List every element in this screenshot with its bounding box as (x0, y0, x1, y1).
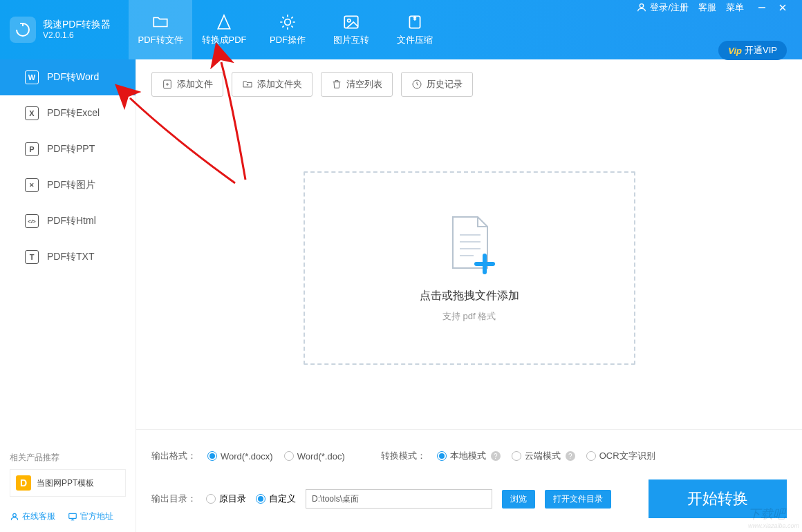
image-file-icon: ✕ (25, 178, 39, 192)
svg-point-0 (285, 19, 291, 26)
clock-icon (411, 79, 422, 90)
html-icon: </> (25, 214, 39, 228)
plus-file-icon (162, 79, 173, 90)
service-link[interactable]: 客服 (698, 1, 716, 14)
open-dir-button[interactable]: 打开文件目录 (545, 490, 611, 509)
ppt-icon: P (25, 142, 39, 156)
official-site-link[interactable]: 官方地址 (68, 511, 113, 522)
dropzone-subtitle: 支持 pdf 格式 (442, 310, 496, 323)
output-row: 输出目录： 原目录 自定义 D:\tools\桌面 浏览 打开文件目录 开始转换 (136, 470, 802, 532)
gear-icon (279, 13, 297, 31)
radio-docx[interactable]: Word(*.docx) (207, 451, 273, 462)
zip-icon (406, 13, 424, 31)
close-button[interactable] (774, 0, 791, 16)
related-item-ppt-templates[interactable]: D 当图网PPT模板 (10, 469, 126, 497)
add-file-button[interactable]: 添加文件 (151, 72, 223, 97)
sidebar-links: 在线客服 官方地址 (0, 504, 136, 532)
trash-icon (331, 79, 342, 90)
related-title: 相关产品推荐 (10, 452, 126, 464)
sidebar-item-pdf-to-ppt[interactable]: PPDF转PPT (0, 131, 136, 167)
tab-label: 转换成PDF (202, 34, 247, 46)
folder-icon (151, 13, 169, 31)
output-dir-label: 输出目录： (151, 493, 196, 505)
header-right: 登录/注册 客服 菜单 Vip 开通VIP (636, 0, 802, 60)
tab-pdf-ops[interactable]: PDF操作 (256, 0, 319, 59)
vip-badge-icon: Vip (728, 46, 742, 56)
main-tabs: PDF转文件 转换成PDF PDF操作 图片互转 文件压缩 (129, 0, 447, 59)
file-dropzone[interactable]: 点击或拖拽文件添加 支持 pdf 格式 (304, 171, 635, 365)
login-link[interactable]: 登录/注册 (636, 1, 689, 14)
output-path-input[interactable]: D:\tools\桌面 (306, 489, 492, 509)
svg-rect-1 (344, 16, 358, 28)
radio-custom-dir[interactable]: 自定义 (256, 493, 296, 505)
plus-folder-icon (242, 79, 253, 90)
radio-cloud-mode[interactable]: 云端模式? (512, 450, 575, 462)
tab-to-pdf[interactable]: 转换成PDF (192, 0, 256, 59)
add-file-large-icon (442, 214, 497, 276)
help-icon[interactable]: ? (566, 451, 575, 461)
excel-icon: X (25, 106, 39, 120)
app-logo-icon (10, 17, 36, 43)
app-header: 我速PDF转换器 V2.0.1.6 PDF转文件 转换成PDF PDF操作 图片… (0, 0, 802, 59)
svg-point-6 (13, 513, 17, 517)
related-products: 相关产品推荐 D 当图网PPT模板 (0, 445, 136, 504)
watermark: 下载吧www.xiazaiba.com (748, 506, 799, 529)
tab-label: 文件压缩 (397, 34, 433, 46)
radio-original-dir[interactable]: 原目录 (206, 493, 246, 505)
help-icon[interactable]: ? (491, 451, 501, 461)
tab-label: 图片互转 (333, 34, 369, 46)
tab-image-convert[interactable]: 图片互转 (319, 0, 383, 59)
tab-label: PDF转文件 (138, 34, 183, 46)
radio-doc[interactable]: Word(*.doc) (284, 451, 345, 462)
main-content: 添加文件 添加文件夹 清空列表 历史记录 点击或拖拽文件添加 支持 pdf 格式… (136, 59, 802, 532)
user-icon (636, 2, 647, 13)
svg-point-2 (348, 19, 351, 22)
sidebar-item-pdf-to-html[interactable]: </>PDF转Html (0, 203, 136, 239)
template-icon: D (16, 475, 31, 491)
radio-ocr-mode[interactable]: OCR文字识别 (586, 450, 655, 462)
pdf-icon (215, 13, 233, 31)
headset-icon (10, 512, 19, 522)
image-icon (342, 13, 360, 31)
output-format-label: 输出格式： (151, 450, 196, 462)
convert-mode-label: 转换模式： (381, 450, 426, 462)
history-button[interactable]: 历史记录 (401, 72, 473, 97)
settings-panel: 输出格式： Word(*.docx) Word(*.doc) 转换模式： 本地模… (136, 429, 802, 470)
app-version: V2.0.1.6 (43, 30, 111, 41)
sidebar: WPDF转Word XPDF转Excel PPDF转PPT ✕PDF转图片 </… (0, 59, 136, 532)
add-folder-button[interactable]: 添加文件夹 (232, 72, 313, 97)
txt-icon: T (25, 250, 39, 264)
sidebar-item-pdf-to-word[interactable]: WPDF转Word (0, 59, 136, 95)
tab-pdf-to-file[interactable]: PDF转文件 (129, 0, 192, 59)
online-service-link[interactable]: 在线客服 (10, 511, 55, 522)
radio-local-mode[interactable]: 本地模式? (437, 450, 501, 462)
vip-button[interactable]: Vip 开通VIP (718, 41, 787, 60)
svg-rect-7 (69, 513, 77, 518)
svg-point-4 (640, 4, 644, 8)
sidebar-item-pdf-to-image[interactable]: ✕PDF转图片 (0, 167, 136, 203)
monitor-icon (68, 512, 77, 522)
minimize-button[interactable] (754, 0, 770, 16)
toolbar: 添加文件 添加文件夹 清空列表 历史记录 (136, 59, 802, 109)
dropzone-title: 点击或拖拽文件添加 (420, 289, 519, 303)
logo-area: 我速PDF转换器 V2.0.1.6 (0, 17, 120, 43)
app-title: 我速PDF转换器 (43, 18, 111, 30)
browse-button[interactable]: 浏览 (502, 490, 535, 509)
menu-link[interactable]: 菜单 (726, 1, 744, 14)
clear-list-button[interactable]: 清空列表 (321, 72, 393, 97)
sidebar-item-pdf-to-txt[interactable]: TPDF转TXT (0, 239, 136, 275)
app-title-block: 我速PDF转换器 V2.0.1.6 (43, 18, 111, 41)
sidebar-item-pdf-to-excel[interactable]: XPDF转Excel (0, 95, 136, 131)
word-icon: W (25, 70, 39, 84)
tab-label: PDF操作 (270, 34, 306, 46)
tab-compress[interactable]: 文件压缩 (383, 0, 447, 59)
